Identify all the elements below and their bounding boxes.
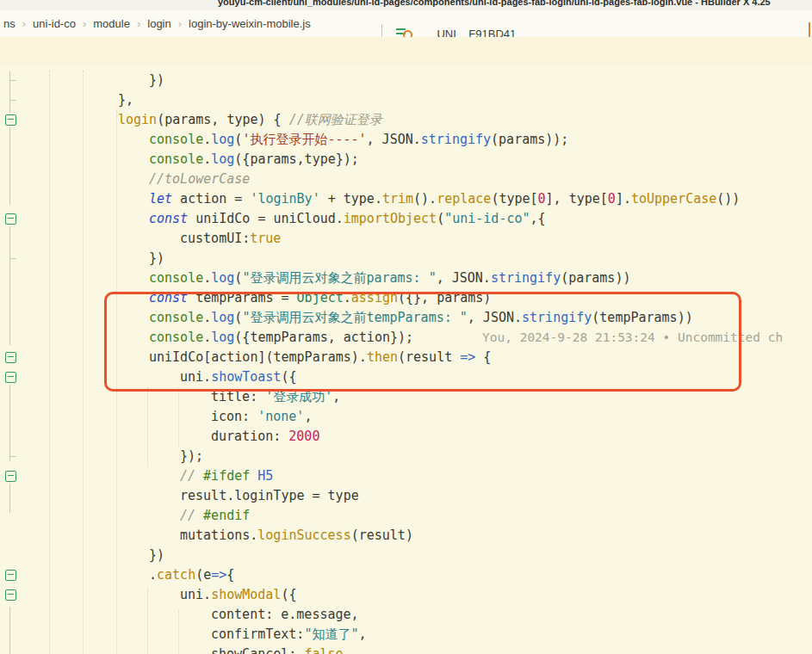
code-line[interactable]: // #endif [0, 506, 812, 526]
fold-marker-icon[interactable] [5, 471, 16, 482]
breadcrumb-separator: › [137, 17, 140, 30]
fold-marker-icon[interactable] [5, 114, 16, 126]
breadcrumb-item[interactable]: uni-id-co [33, 17, 76, 30]
breadcrumb-separator: › [22, 17, 26, 30]
code-line[interactable]: uni.showModal({ [0, 585, 812, 605]
breadcrumb-item[interactable]: module [93, 17, 130, 30]
tab-bar: * JQL查询.jqlfission.jsregister.jsunified-… [0, 37, 812, 66]
code-line[interactable]: }) [0, 71, 812, 90]
code-line[interactable]: // #ifdef H5 [0, 466, 812, 486]
code-line[interactable]: }) [0, 546, 812, 565]
code-line[interactable]: uniIdCo[action](tempParams).then(result … [0, 348, 812, 367]
code-line[interactable]: showCancel: false [0, 645, 812, 654]
code-line[interactable]: //toLowerCase [0, 170, 812, 189]
fold-marker-icon[interactable] [5, 352, 16, 363]
code-line[interactable]: result.loginType = type [0, 486, 812, 506]
code-line[interactable]: console.log({params,type}); [0, 150, 812, 170]
code-line[interactable]: let action = 'loginBy' + type.trim().rep… [0, 189, 812, 209]
code-area[interactable]: })},login(params, type) { //联网验证登录consol… [0, 65, 812, 654]
code-line[interactable]: console.log({tempParams, action});You, 2… [0, 328, 812, 348]
breadcrumb: ns›uni-id-co›module›login›login-by-weixi… [3, 10, 311, 37]
breadcrumb-item[interactable]: ns [3, 17, 15, 30]
code-line[interactable]: .catch(e=>{ [0, 565, 812, 585]
breadcrumb-separator: › [178, 17, 182, 30]
code-line[interactable]: login(params, type) { //联网验证登录 [0, 110, 812, 130]
fold-marker-icon[interactable] [5, 213, 16, 225]
fold-marker-icon[interactable] [5, 570, 16, 581]
breadcrumb-item[interactable]: login [147, 17, 170, 30]
code-line[interactable]: console.log("登录调用云对象之前tempParams: ", JSO… [0, 308, 812, 328]
code-line[interactable]: uni.showToast({ [0, 367, 812, 387]
code-line[interactable]: duration: 2000 [0, 427, 812, 447]
fold-marker-icon[interactable] [5, 589, 16, 601]
code-line[interactable]: customUI:true [0, 229, 812, 249]
code-line[interactable]: console.log("登录调用云对象之前params: ", JSON.st… [0, 268, 812, 288]
breadcrumb-bar: ns›uni-id-co›module›login›login-by-weixi… [0, 10, 812, 38]
code-line[interactable]: console.log('执行登录开始----', JSON.stringify… [0, 130, 812, 150]
code-line[interactable]: confirmText:"知道了", [0, 625, 812, 645]
window-title: youyu-cm-client/uni_modules/uni-id-pages… [218, 0, 771, 7]
breadcrumb-item[interactable]: login-by-weixin-mobile.js [189, 17, 311, 30]
code-line[interactable]: title: '登录成功', [0, 387, 812, 407]
code-line[interactable]: const uniIdCo = uniCloud.importObject("u… [0, 209, 812, 229]
fold-marker-icon[interactable] [5, 372, 16, 383]
code-line[interactable]: }, [0, 90, 812, 110]
code-line[interactable]: }) [0, 249, 812, 268]
code-line[interactable]: icon: 'none', [0, 407, 812, 427]
code-line[interactable]: }); [0, 447, 812, 466]
code-line[interactable]: const tempParams = Object.assign({}, par… [0, 288, 812, 308]
list-line-icon [396, 28, 406, 30]
code-line[interactable]: mutations.loginSuccess(result) [0, 526, 812, 546]
git-blame-annotation: You, 2024-9-28 21:53:24 • Uncommitted ch [482, 328, 783, 348]
code-line[interactable]: content: e.message, [0, 605, 812, 625]
breadcrumb-separator: › [83, 17, 86, 30]
